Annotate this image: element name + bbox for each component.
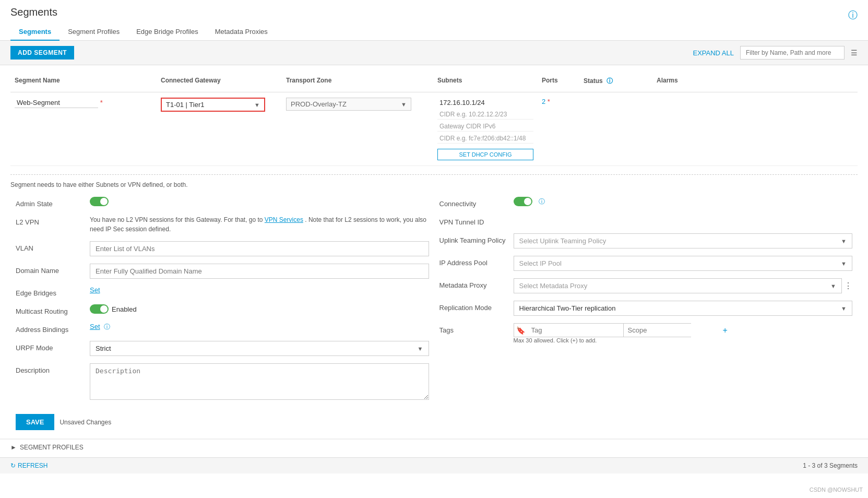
connected-gateway-cell: T1-01 | Tier1 ▼ bbox=[157, 96, 282, 114]
col-connected-gateway: Connected Gateway bbox=[157, 75, 282, 88]
multicast-switch[interactable] bbox=[90, 304, 109, 314]
tags-value: 🔖 + Max 30 allowed. Click (+) to add. bbox=[514, 323, 853, 343]
admin-state-row: Admin State bbox=[16, 197, 429, 208]
save-row: SAVE Unsaved Changes bbox=[10, 409, 858, 430]
connectivity-info-icon[interactable]: ⓘ bbox=[539, 197, 545, 206]
ip-pool-placeholder: Select IP Pool bbox=[519, 259, 562, 267]
l2vpn-row: L2 VPN You have no L2 VPN sessions for t… bbox=[16, 215, 429, 234]
alarms-cell bbox=[652, 96, 694, 100]
ip-address-pool-label: IP Address Pool bbox=[439, 256, 507, 267]
ip-address-pool-row: IP Address Pool Select IP Pool ▼ bbox=[439, 256, 853, 271]
tab-edge-bridge-profiles[interactable]: Edge Bridge Profiles bbox=[128, 23, 207, 41]
segment-profiles-toggle[interactable]: ► SEGMENT PROFILES bbox=[0, 439, 868, 455]
ports-cell: 2 * bbox=[538, 96, 579, 108]
metadata-proxy-select[interactable]: Select Metadata Proxy ▼ bbox=[514, 278, 842, 293]
urpf-mode-select[interactable]: Strict ▼ bbox=[90, 341, 429, 356]
address-bindings-set-link[interactable]: Set bbox=[90, 323, 100, 330]
replication-chevron-icon: ▼ bbox=[841, 305, 847, 312]
l2vpn-label: L2 VPN bbox=[16, 215, 84, 226]
segment-name-cell: * bbox=[10, 96, 157, 110]
address-bindings-row: Address Bindings Set ⓘ bbox=[16, 323, 429, 334]
tz-value: PROD-Overlay-TZ bbox=[291, 100, 347, 108]
replication-mode-label: Replication Mode bbox=[439, 301, 507, 312]
ip-address-pool-value: Select IP Pool ▼ bbox=[514, 256, 853, 271]
connectivity-toggle: ⓘ bbox=[514, 197, 853, 206]
scope-input[interactable] bbox=[623, 324, 720, 337]
gateway-cidr-ipv6-placeholder: CIDR e.g. fc7e:f206:db42::1/48 bbox=[437, 134, 533, 144]
refresh-icon: ↻ bbox=[10, 462, 16, 469]
admin-state-toggle[interactable] bbox=[90, 197, 109, 206]
connectivity-label: Connectivity bbox=[439, 197, 507, 208]
uplink-teaming-select[interactable]: Select Uplink Teaming Policy ▼ bbox=[514, 233, 853, 248]
admin-state-value bbox=[90, 197, 429, 208]
add-segment-button[interactable]: ADD SEGMENT bbox=[10, 46, 74, 60]
col-segment-name: Segment Name bbox=[10, 75, 157, 88]
vlan-input[interactable] bbox=[90, 241, 429, 256]
left-column: Admin State L2 VPN You have no L2 VPN se… bbox=[10, 197, 434, 409]
tags-input-row: 🔖 + bbox=[514, 323, 853, 337]
connectivity-row: Connectivity ⓘ bbox=[439, 197, 853, 208]
ports-link[interactable]: 2 bbox=[542, 98, 545, 105]
description-input[interactable] bbox=[90, 363, 429, 400]
transport-zone-select[interactable]: PROD-Overlay-TZ ▼ bbox=[286, 98, 411, 111]
edge-bridges-set-link[interactable]: Set bbox=[90, 286, 100, 294]
tag-input[interactable] bbox=[527, 324, 623, 337]
transport-zone-cell: PROD-Overlay-TZ ▼ bbox=[282, 96, 433, 113]
tag-icon: 🔖 bbox=[516, 326, 525, 335]
app-title: Segments bbox=[10, 6, 858, 18]
tab-segment-profiles[interactable]: Segment Profiles bbox=[60, 23, 128, 41]
replication-mode-select[interactable]: Hierarchical Two-Tier replication ▼ bbox=[514, 301, 853, 316]
metadata-menu-icon[interactable]: ⋮ bbox=[844, 281, 852, 291]
segment-name-input[interactable] bbox=[15, 98, 98, 108]
expand-all-button[interactable]: EXPAND ALL bbox=[693, 49, 734, 57]
admin-state-switch[interactable] bbox=[90, 197, 109, 206]
uplink-teaming-row: Uplink Teaming Policy Select Uplink Team… bbox=[439, 233, 853, 248]
ip-pool-chevron-icon: ▼ bbox=[841, 260, 847, 267]
save-button[interactable]: SAVE bbox=[16, 414, 54, 430]
toolbar: ADD SEGMENT EXPAND ALL ☰ bbox=[0, 41, 868, 65]
metadata-proxy-row: Metadata Proxy Select Metadata Proxy ▼ ⋮ bbox=[439, 278, 853, 293]
table-header: Segment Name Connected Gateway Transport… bbox=[10, 70, 858, 92]
status-info-icon[interactable]: ⓘ bbox=[607, 77, 613, 85]
urpf-mode-selected: Strict bbox=[96, 345, 111, 352]
vpn-services-link[interactable]: VPN Services bbox=[265, 216, 303, 223]
filter-input[interactable] bbox=[740, 46, 845, 60]
dhcp-config-button[interactable]: SET DHCP CONFIG bbox=[437, 149, 533, 160]
address-bindings-info-icon[interactable]: ⓘ bbox=[104, 323, 110, 330]
vlan-label: VLAN bbox=[16, 241, 84, 252]
domain-name-row: Domain Name bbox=[16, 264, 429, 279]
multicast-routing-value: Enabled bbox=[90, 304, 429, 315]
gateway-cidr-ipv6-label: Gateway CIDR IPv6 bbox=[437, 122, 533, 132]
ip-pool-select[interactable]: Select IP Pool ▼ bbox=[514, 256, 853, 271]
multicast-label: Enabled bbox=[112, 305, 137, 313]
subnet-cidr-placeholder: CIDR e.g. 10.22.12.2/23 bbox=[437, 110, 533, 120]
urpf-mode-label: URPF Mode bbox=[16, 341, 84, 352]
col-transport-zone: Transport Zone bbox=[282, 75, 433, 88]
tab-segments[interactable]: Segments bbox=[10, 23, 60, 41]
help-icon[interactable]: ⓘ bbox=[848, 9, 858, 21]
vpn-tunnel-label: VPN Tunnel ID bbox=[439, 215, 507, 226]
app-header: Segments ⓘ Segments Segment Profiles Edg… bbox=[0, 0, 868, 41]
urpf-chevron-icon: ▼ bbox=[418, 346, 423, 352]
tag-hint: Max 30 allowed. Click (+) to add. bbox=[514, 337, 853, 343]
tag-add-button[interactable]: + bbox=[720, 325, 731, 336]
refresh-button[interactable]: ↻ REFRESH bbox=[10, 462, 47, 469]
gateway-chevron-icon: ▼ bbox=[254, 102, 260, 108]
connectivity-switch[interactable] bbox=[514, 197, 532, 206]
gateway-select[interactable]: T1-01 | Tier1 ▼ bbox=[161, 98, 265, 112]
details-grid: Admin State L2 VPN You have no L2 VPN se… bbox=[10, 197, 858, 409]
vlan-row: VLAN bbox=[16, 241, 429, 256]
segment-count: 1 - 3 of 3 Segments bbox=[803, 462, 858, 469]
toolbar-right: EXPAND ALL ☰ bbox=[693, 46, 858, 60]
detail-note: Segment needs to have either Subnets or … bbox=[10, 174, 858, 188]
tags-row: Tags 🔖 + Max 30 allowed. Click (+) to ad… bbox=[439, 323, 853, 343]
right-column: Connectivity ⓘ VPN Tunnel ID Uplink Team… bbox=[434, 197, 858, 409]
domain-name-input[interactable] bbox=[90, 264, 429, 279]
required-star: * bbox=[100, 99, 103, 106]
tab-metadata-proxies[interactable]: Metadata Proxies bbox=[207, 23, 276, 41]
nav-tabs: Segments Segment Profiles Edge Bridge Pr… bbox=[10, 23, 858, 40]
l2vpn-value: You have no L2 VPN sessions for this Gat… bbox=[90, 215, 429, 234]
toggle-chevron-icon: ► bbox=[10, 444, 17, 451]
vlan-value bbox=[90, 241, 429, 256]
multicast-toggle[interactable]: Enabled bbox=[90, 304, 137, 314]
